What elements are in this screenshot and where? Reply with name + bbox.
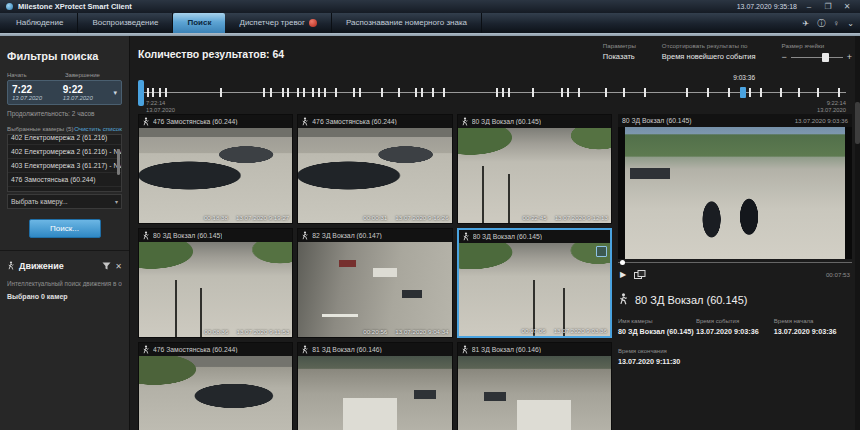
play-button[interactable]: ▶ (620, 270, 626, 279)
sort-label: Отсортировать результаты по (662, 42, 756, 49)
tile-thumbnail[interactable]: 00:00:3113.07.2020 9:16:26 (298, 128, 451, 223)
tile-thumbnail[interactable]: 00:20:5613.07.2020 9:04:34 (298, 242, 451, 337)
field-value: 13.07.2020 9:03:36 (696, 327, 774, 336)
select-camera-placeholder: Выбрать камеру... (11, 198, 68, 205)
timeline-tick (508, 88, 510, 97)
tile-thumbnail[interactable] (458, 356, 611, 430)
field-event-time: Время события 13.07.2020 9:03:36 (696, 318, 774, 336)
selected-cameras-row: Выбранные камеры (5) Очистить список (7, 125, 122, 132)
minimize-button[interactable]: – (802, 1, 816, 12)
tab-observation-label: Наблюдение (16, 13, 63, 33)
camera-list-item[interactable]: 476 Замостянська (60.244) (8, 173, 121, 187)
tile-select-checkbox[interactable] (596, 246, 607, 257)
field-label: Время события (696, 318, 774, 324)
timeline-tick (287, 88, 289, 97)
filter-funnel-icon[interactable] (102, 262, 111, 270)
timeline-tick (282, 88, 284, 97)
main-scrollbar-thumb[interactable] (855, 102, 860, 144)
tile-header: 80 ЗД Вокзал (60.145) (459, 230, 610, 243)
tile-thumbnail[interactable]: 00:22:4513.07.2020 9:12:13 (458, 128, 611, 223)
tile-thumbnail[interactable] (139, 356, 292, 430)
motion-event-icon (301, 231, 309, 241)
timeline-tick (263, 88, 265, 97)
scrubber-handle[interactable] (620, 260, 625, 265)
time-range-chevron-icon[interactable]: ▾ (113, 89, 117, 97)
result-tile[interactable]: 80 ЗД Вокзал (60.145) 00:22:4513.07.2020… (457, 114, 612, 224)
tab-alarm-manager[interactable]: Диспетчер тревог (225, 13, 331, 33)
result-tile[interactable]: 81 ЗД Вокзал (60.146) (457, 342, 612, 430)
camera-list-item[interactable]: 402 Електромережа 2 (61.216) (8, 134, 121, 145)
tile-timestamp: 00:00:3113.07.2020 9:16:26 (363, 214, 448, 221)
camera-list-scrollbar[interactable] (117, 149, 120, 175)
tab-observation[interactable]: Наблюдение (2, 13, 78, 33)
field-camera-name: Имя камеры 80 ЗД Вокзал (60.145) (618, 318, 696, 336)
result-tile[interactable]: 476 Замостянська (60.244) 00:00:3113.07.… (297, 114, 452, 224)
profile-icon[interactable]: ♀ (829, 19, 843, 28)
select-camera-dropdown[interactable]: Выбрать камеру... ▾ (7, 194, 122, 209)
maximize-button[interactable]: ❐ (821, 1, 835, 12)
start-time-block: 7:22 13.07.2020 (12, 84, 63, 101)
result-tile-selected[interactable]: 80 ЗД Вокзал (60.145) 00:07:0613.07.2020… (457, 228, 612, 338)
tile-thumbnail[interactable]: 00:07:0613.07.2020 9:03:36 (459, 243, 610, 336)
preview-camera-name: 80 ЗД Вокзал (60.145) (622, 117, 691, 124)
size-minus-button[interactable]: − (781, 52, 786, 62)
timeline-start-label: 7:22:14 13.07.2020 (146, 100, 175, 114)
sort-value-dropdown[interactable]: Время новейшего события (662, 52, 756, 61)
tile-datetime: 13.07.2020 9:04:34 (395, 328, 448, 335)
frames-icon[interactable] (634, 265, 646, 283)
timeline-tick (432, 88, 434, 97)
camera-list-item[interactable]: 402 Електромережа 2 (61.216) - NVR (8, 145, 121, 159)
tile-datetime: 13.07.2020 9:19:27 (236, 214, 289, 221)
timeline-end-label: 9:22:14 13.07.2020 (817, 100, 846, 114)
motion-close-icon[interactable]: ✕ (115, 262, 122, 271)
timeline-range-start-marker[interactable] (138, 80, 144, 106)
end-time: 9:22 (63, 84, 114, 95)
search-button[interactable]: Поиск... (29, 219, 101, 238)
tile-thumbnail[interactable] (298, 356, 451, 430)
results-count: Количество результатов: 64 (138, 48, 284, 60)
preview-video[interactable] (618, 127, 852, 259)
timeline-tick (707, 88, 709, 97)
field-label: Время начала (774, 318, 852, 324)
motion-event-icon (142, 345, 150, 355)
result-tile[interactable]: 476 Замостянська (60.244) (138, 342, 293, 430)
tile-header: 476 Замостянська (60.244) (298, 115, 451, 128)
result-tile[interactable]: 80 ЗД Вокзал (60.145) 00:08:3613.07.2020… (138, 228, 293, 338)
camera-list-item[interactable]: 403 Електромережа 3 (61.217) - NVR (8, 159, 121, 173)
timeline-playhead[interactable] (740, 87, 746, 98)
close-button[interactable]: ✕ (840, 1, 854, 12)
chevron-down-icon[interactable]: ⌄ (843, 19, 858, 28)
size-slider-track[interactable] (791, 57, 843, 58)
duration-text: Продолжительность: 2 часов (7, 110, 122, 117)
tile-header: 476 Замостянська (60.244) (139, 115, 292, 128)
preview-title: 80 ЗД Вокзал (60.145) (635, 294, 747, 306)
tile-header: 81 ЗД Вокзал (60.146) (298, 343, 451, 356)
send-icon[interactable]: ✈ (799, 19, 814, 28)
end-date: 13.07.2020 (63, 95, 114, 101)
timeline-tick (303, 88, 305, 97)
main-scrollbar[interactable] (855, 36, 860, 430)
result-tile[interactable]: 81 ЗД Вокзал (60.146) (297, 342, 452, 430)
show-button[interactable]: Показать (603, 52, 636, 61)
tab-search-label: Поиск (187, 13, 211, 33)
field-value: 13.07.2020 9:03:36 (774, 327, 852, 336)
results-timeline[interactable]: 9:03:36 7:22:14 13.07.2020 9:22:14 13.07… (138, 74, 852, 114)
size-slider-thumb[interactable] (822, 53, 829, 62)
info-icon[interactable]: ⓘ (813, 18, 829, 29)
tile-thumbnail[interactable]: 00:18:3813.07.2020 9:19:27 (139, 128, 292, 223)
result-tile[interactable]: 476 Замостянська (60.244) 00:18:3813.07.… (138, 114, 293, 224)
search-filters-sidebar: Фильтры поиска Начать Завершение 7:22 13… (0, 36, 130, 430)
tab-playback-label: Воспроизведение (92, 13, 158, 33)
motion-event-icon (461, 117, 469, 127)
tab-lpr[interactable]: Распознавание номерного знака (332, 13, 482, 33)
tab-playback[interactable]: Воспроизведение (78, 13, 173, 33)
time-range-picker[interactable]: 7:22 13.07.2020 9:22 13.07.2020 ▾ (7, 80, 122, 105)
clear-list-link[interactable]: Очистить список (74, 125, 122, 132)
result-tile[interactable]: 82 ЗД Вокзал (60.147) 00:20:5613.07.2020… (297, 228, 452, 338)
size-plus-button[interactable]: + (847, 52, 852, 62)
scrubber-track[interactable] (618, 262, 852, 263)
preview-scrubber[interactable] (618, 259, 852, 267)
timeline-track[interactable] (144, 92, 846, 93)
tile-thumbnail[interactable]: 00:08:3613.07.2020 9:11:53 (139, 242, 292, 337)
tab-search[interactable]: Поиск (173, 13, 225, 33)
